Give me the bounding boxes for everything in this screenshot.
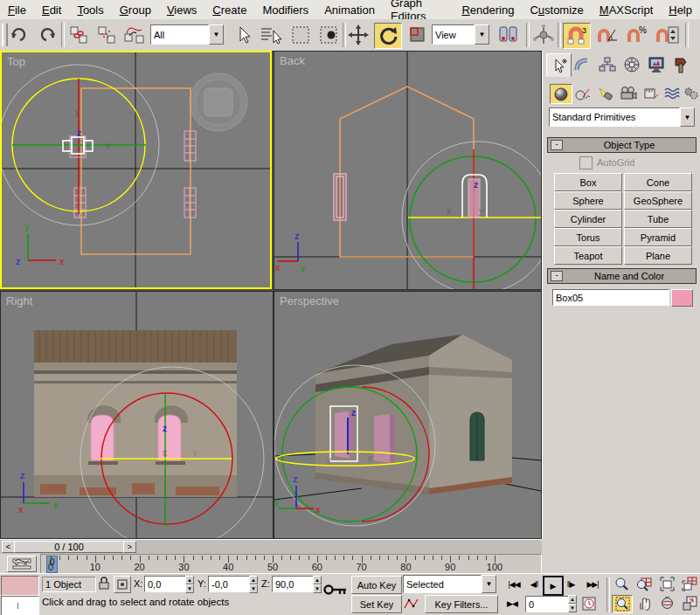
set-key-button[interactable]: Set Key — [351, 595, 402, 613]
menu-maxscript[interactable]: MAXScript — [592, 2, 661, 18]
zoom-extents-icon[interactable] — [657, 576, 676, 592]
unlink-selection-icon[interactable] — [94, 23, 119, 47]
tab-utilities[interactable] — [669, 53, 692, 75]
angle-snap-toggle-icon[interactable] — [594, 23, 620, 47]
object-type-tube[interactable]: Tube — [624, 210, 692, 228]
menu-edit[interactable]: Edit — [34, 2, 69, 18]
object-name-field[interactable]: Box05 — [552, 289, 669, 306]
select-and-rotate-button[interactable] — [374, 23, 402, 49]
menu-modifiers[interactable]: Modifiers — [254, 2, 316, 18]
menu-tools[interactable]: Tools — [69, 2, 111, 18]
percent-snap-toggle-icon[interactable]: % — [624, 23, 650, 47]
menu-customize[interactable]: Customize — [522, 2, 591, 18]
coord-z-spinner[interactable]: ▲▼ — [313, 576, 322, 592]
goto-start-button[interactable]: |◀◀ — [503, 576, 524, 592]
object-color-swatch[interactable] — [671, 289, 693, 307]
undo-icon[interactable] — [7, 23, 31, 47]
previous-frame-button[interactable]: ◀‖ — [526, 576, 542, 592]
subtab-lights[interactable] — [595, 84, 616, 102]
object-type-box[interactable]: Box — [554, 173, 622, 191]
selection-lock-icon[interactable] — [98, 576, 110, 592]
coord-x-spinner[interactable]: ▲▼ — [185, 576, 194, 592]
selection-filter-dropdown[interactable]: All ▼ — [150, 25, 224, 44]
mini-listener-white[interactable] — [1, 596, 39, 615]
collapse-icon[interactable]: - — [551, 140, 563, 150]
rectangular-selection-region-icon[interactable] — [288, 23, 313, 47]
next-frame-button[interactable]: ‖▶ — [563, 576, 579, 592]
tab-hierarchy[interactable] — [595, 53, 619, 75]
set-keys-key-icon[interactable] — [323, 583, 348, 598]
select-and-manipulate-icon[interactable] — [531, 23, 556, 47]
rotate-gizmo[interactable] — [2, 65, 159, 225]
viewport-top[interactable]: y x z y x z Top — [0, 51, 272, 289]
open-mini-curve-editor-button[interactable] — [7, 556, 37, 572]
reference-coordinate-dropdown[interactable]: View ▼ — [432, 25, 489, 44]
subtab-geometry[interactable] — [550, 84, 572, 104]
object-type-cylinder[interactable]: Cylinder — [554, 210, 622, 228]
arc-rotate-icon[interactable] — [657, 595, 676, 612]
play-button[interactable]: ▶ — [543, 576, 564, 596]
rollout-object-type[interactable]: - Object Type — [547, 137, 697, 153]
time-slider-track[interactable]: < 0 / 100 > — [0, 539, 542, 555]
viewport-right-canvas[interactable]: z x y z x y — [1, 292, 273, 538]
object-type-geosphere[interactable]: GeoSphere — [624, 191, 692, 210]
viewport-perspective[interactable]: z x y z y x Perspec — [274, 291, 542, 539]
auto-key-button[interactable]: Auto Key — [351, 576, 402, 594]
select-object-icon[interactable] — [231, 23, 255, 47]
object-type-sphere[interactable]: Sphere — [554, 191, 622, 210]
viewcube-compass[interactable] — [190, 73, 247, 131]
menu-animation[interactable]: Animation — [316, 2, 383, 18]
snaps-toggle-button[interactable]: 3 — [563, 23, 591, 49]
key-filter-arrow-icon[interactable]: ▼ — [482, 575, 496, 593]
bind-to-space-warp-icon[interactable] — [122, 23, 147, 47]
frame-spinner[interactable]: ▲▼ — [568, 595, 577, 612]
time-next-button[interactable]: > — [123, 541, 136, 553]
menu-create[interactable]: Create — [204, 2, 254, 18]
zoom-extents-all-icon[interactable] — [680, 576, 699, 592]
coord-z-field[interactable]: 90,0 — [272, 576, 315, 592]
tab-motion[interactable] — [620, 53, 643, 75]
window-crossing-toggle-icon[interactable] — [316, 23, 341, 47]
object-type-pyramid[interactable]: Pyramid — [624, 228, 692, 246]
tab-create[interactable] — [546, 53, 572, 77]
viewport-right[interactable]: z x y z x y Right — [0, 291, 274, 539]
selection-filter-arrow-icon[interactable]: ▼ — [209, 24, 224, 45]
coord-x-field[interactable]: 0,0 — [144, 576, 188, 592]
spinner-snap-toggle-icon[interactable] — [654, 23, 682, 47]
track-bar-ruler[interactable]: 0 0102030405060708090100 — [40, 554, 542, 574]
category-dropdown[interactable]: Standard Primitives ▼ — [549, 108, 695, 126]
object-type-torus[interactable]: Torus — [554, 228, 622, 246]
select-and-move-icon[interactable] — [346, 23, 371, 47]
select-by-name-icon[interactable] — [257, 23, 285, 47]
object-type-plane[interactable]: Plane — [624, 246, 692, 265]
time-configuration-icon[interactable] — [580, 595, 598, 612]
subtab-helpers[interactable] — [641, 84, 662, 102]
mini-listener-pink[interactable] — [1, 576, 39, 596]
subtab-spacewarps[interactable] — [662, 84, 683, 102]
menu-rendering[interactable]: Rendering — [454, 2, 522, 18]
coord-y-spinner[interactable]: ▲▼ — [249, 576, 258, 592]
menu-help[interactable]: Help — [661, 2, 700, 18]
select-and-scale-icon[interactable] — [405, 23, 430, 47]
redo-icon[interactable] — [35, 23, 59, 47]
key-mode-toggle[interactable]: ▶◀ — [503, 595, 521, 612]
time-slider-handle[interactable]: 0 / 100 — [14, 541, 124, 553]
menu-views[interactable]: Views — [159, 2, 204, 18]
subtab-systems[interactable] — [681, 84, 700, 102]
viewport-top-canvas[interactable]: y x z y x z — [2, 52, 270, 287]
category-dropdown-arrow-icon[interactable]: ▼ — [680, 107, 695, 127]
zoom-all-icon[interactable] — [634, 576, 654, 592]
goto-end-button[interactable]: ▶▶| — [582, 576, 603, 592]
new-key-curve-icon[interactable] — [403, 595, 420, 612]
collapse-icon[interactable]: - — [551, 271, 563, 281]
subtab-cameras[interactable] — [618, 84, 639, 102]
tab-display[interactable] — [644, 53, 668, 75]
subtab-shapes[interactable] — [572, 84, 593, 102]
menu-group[interactable]: Group — [112, 2, 159, 18]
pan-hand-icon[interactable] — [634, 595, 654, 612]
viewport-back[interactable]: z x y z x y Back — [274, 51, 542, 290]
viewport-back-canvas[interactable]: z x y z x y — [274, 52, 541, 289]
autogrid-checkbox[interactable] — [579, 156, 593, 169]
time-prev-button[interactable]: < — [2, 541, 15, 553]
viewport-perspective-canvas[interactable]: z x y z y x — [274, 292, 541, 538]
